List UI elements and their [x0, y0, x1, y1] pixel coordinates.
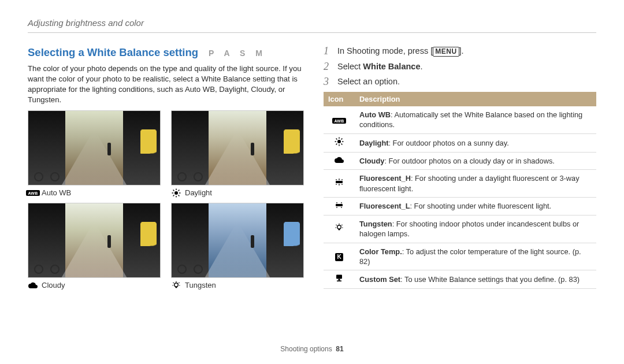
svg-line-40	[336, 225, 337, 225]
table-row: Fluorescent_L: For shooting under white …	[324, 197, 596, 215]
tungsten-icon	[334, 224, 344, 232]
divider	[28, 32, 596, 33]
mode-badges: P A S M	[209, 48, 266, 59]
svg-rect-46	[337, 281, 341, 282]
svg-line-21	[336, 138, 337, 139]
breadcrumb: Adjusting brightness and color	[28, 17, 596, 29]
svg-rect-38	[339, 229, 340, 230]
step-number: 1	[324, 46, 332, 56]
thumbnail-label: Daylight	[171, 188, 304, 198]
cloudy-icon	[334, 156, 344, 164]
thumbnail-tungsten	[171, 203, 304, 278]
table-row: AWB Auto WB: Automatically set the White…	[324, 106, 596, 133]
daylight-icon	[171, 189, 181, 197]
fluorescent-h-icon	[334, 178, 344, 186]
table-header-description: Description	[355, 92, 596, 106]
page-number: 81	[336, 345, 343, 353]
svg-rect-25	[336, 181, 343, 183]
table-header-icon: Icon	[324, 92, 355, 106]
thumbnail-label: AWB Auto WB	[28, 188, 161, 198]
svg-line-24	[341, 138, 343, 139]
step-item: 3 Select an option.	[324, 76, 596, 88]
svg-line-6	[179, 195, 180, 196]
table-row: Cloudy: For outdoor photos on a cloudy d…	[324, 153, 596, 170]
thumbnail-label: Tungsten	[171, 280, 304, 291]
svg-rect-45	[339, 279, 340, 281]
svg-point-37	[337, 225, 341, 228]
cloudy-icon	[28, 281, 38, 289]
thumbnail-cloudy	[28, 203, 161, 278]
table-row: Tungsten: For shooting indoor photos und…	[324, 216, 596, 243]
page-footer: Shooting options 81	[0, 344, 624, 354]
auto-wb-icon: AWB	[334, 117, 344, 125]
step-number: 2	[324, 61, 332, 72]
svg-point-9	[174, 283, 178, 287]
step-item: 2 Select White Balance.	[324, 61, 596, 73]
svg-point-0	[174, 191, 178, 195]
intro-paragraph: The color of your photo depends on the t…	[28, 64, 303, 105]
thumbnail-grid: AWB Auto WB Daylight	[28, 110, 303, 290]
table-row: K Color Temp.: To adjust the color tempe…	[324, 243, 596, 270]
svg-line-23	[336, 143, 337, 144]
svg-point-16	[337, 140, 341, 143]
thumbnail-auto-wb	[28, 110, 161, 185]
svg-rect-32	[336, 204, 343, 206]
svg-line-5	[173, 190, 174, 191]
step-item: 1 In Shooting mode, press [MENU].	[324, 46, 596, 57]
svg-line-13	[179, 283, 179, 283]
thumbnail-label: Cloudy	[28, 280, 161, 291]
svg-rect-44	[336, 275, 342, 279]
color-temp-icon: K	[334, 253, 344, 261]
fluorescent-l-icon	[334, 201, 344, 209]
table-row: Daylight: For outdoor photos on a sunny …	[324, 133, 596, 152]
table-row: Custom Set: To use White Balance setting…	[324, 270, 596, 289]
daylight-icon	[334, 138, 344, 146]
svg-line-8	[179, 190, 180, 191]
svg-line-7	[173, 195, 174, 196]
svg-line-41	[341, 225, 342, 225]
menu-button-label: MENU	[433, 47, 459, 57]
thumbnail-daylight	[171, 110, 304, 185]
auto-wb-icon: AWB	[28, 189, 38, 197]
svg-rect-10	[176, 287, 177, 288]
svg-line-22	[341, 143, 343, 144]
custom-set-icon	[334, 274, 344, 282]
tungsten-icon	[171, 281, 181, 289]
step-number: 3	[324, 76, 332, 87]
section-heading: Selecting a White Balance setting	[28, 46, 198, 60]
table-row: Fluorescent_H: For shooting under a dayl…	[324, 170, 596, 198]
options-table: Icon Description AWB Auto WB: Automatica…	[324, 92, 596, 289]
steps-list: 1 In Shooting mode, press [MENU]. 2 Sele…	[324, 46, 596, 88]
svg-line-12	[173, 283, 174, 283]
